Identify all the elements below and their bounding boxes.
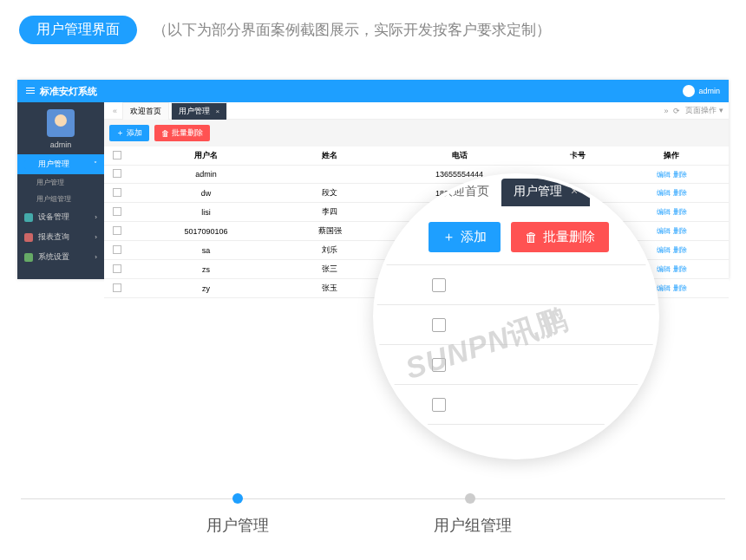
delete-link[interactable]: 删除	[673, 171, 687, 179]
cell-name: 张三	[282, 260, 377, 279]
edit-link[interactable]: 编辑	[657, 189, 671, 197]
edit-link[interactable]: 编辑	[657, 246, 671, 254]
edit-link[interactable]: 编辑	[657, 284, 671, 292]
refresh-icon[interactable]: ⟳	[673, 107, 680, 115]
row-checkbox[interactable]	[113, 283, 121, 292]
select-all-checkbox[interactable]	[113, 151, 121, 160]
plus-icon: ＋	[442, 229, 455, 245]
edit-link[interactable]: 编辑	[657, 227, 671, 235]
stepper: 用户管理 用户组管理	[17, 498, 729, 536]
sidebar-username: admin	[17, 140, 104, 149]
mag-row	[376, 305, 656, 345]
add-button[interactable]: ＋ +添加 添加	[109, 125, 149, 141]
row-checkbox[interactable]	[113, 226, 121, 235]
settings-icon	[24, 253, 33, 262]
users-icon	[24, 160, 33, 169]
table-row: admin13655554444编辑 删除	[104, 166, 729, 184]
row-checkbox[interactable]	[432, 318, 446, 332]
cell-name: 段文	[282, 184, 377, 203]
sidebar-item-label: 系统设置	[38, 251, 69, 263]
edit-link[interactable]: 编辑	[657, 208, 671, 216]
toolbar: ＋ +添加 添加 🗑 批量删除	[104, 120, 729, 147]
col-card: 卡号	[541, 147, 615, 166]
chevron-right-icon: ›	[95, 233, 97, 241]
col-phone: 电话	[377, 147, 541, 166]
tab-home[interactable]: 欢迎首页	[122, 102, 169, 120]
cell-username: 5017090106	[130, 222, 282, 241]
tab-label: 欢迎首页	[130, 107, 161, 115]
sidebar-item-settings[interactable]: 系统设置 ›	[17, 247, 104, 267]
batch-delete-button[interactable]: 🗑 批量删除	[154, 125, 210, 141]
sidebar-user-block: admin	[17, 102, 104, 154]
avatar-icon	[683, 85, 695, 97]
sidebar-item-label: 用户管理	[38, 159, 69, 170]
row-checkbox[interactable]	[113, 245, 121, 254]
col-name: 姓名	[282, 147, 377, 166]
page-ops-dropdown[interactable]: 页面操作 ▾	[685, 105, 723, 116]
sidebar-sub-user[interactable]: 用户管理	[17, 174, 104, 191]
mag-row	[376, 385, 656, 425]
cell-name: 蔡国强	[282, 222, 377, 241]
chevron-right-icon: ›	[95, 253, 97, 261]
row-checkbox[interactable]	[432, 358, 446, 372]
edit-link[interactable]: 编辑	[657, 171, 671, 179]
tab-label: 用户管理	[179, 107, 210, 115]
magnifier-view: 欢迎首页 用户管理 × ＋ 添加 🗑 批量删除 SUNPN讯鹏	[373, 173, 659, 459]
delete-link[interactable]: 删除	[673, 227, 687, 235]
cell-name	[282, 166, 377, 184]
hamburger-icon[interactable]	[26, 88, 35, 94]
mag-add-button[interactable]: ＋ 添加	[429, 222, 501, 252]
sidebar-sub-usergroup[interactable]: 用户组管理	[17, 191, 104, 207]
delete-link[interactable]: 删除	[673, 265, 687, 273]
step-dot-2[interactable]	[465, 493, 475, 504]
delete-link[interactable]: 删除	[673, 208, 687, 216]
header-username: admin	[698, 87, 720, 95]
mag-row	[376, 265, 656, 305]
section-caption: （以下为部分界面案例截图展示，实际开发按客户要求定制）	[153, 20, 551, 40]
delete-link[interactable]: 删除	[673, 189, 687, 197]
app-header: 标准安灯系统 admin	[17, 80, 729, 102]
sidebar-item-devices[interactable]: 设备管理 ›	[17, 207, 104, 227]
sidebar-item-label: 报表查询	[38, 231, 69, 243]
stepper-track	[21, 498, 725, 499]
step-label-1: 用户管理	[206, 515, 269, 536]
cell-name: 李四	[282, 203, 377, 222]
mag-batch-delete-button[interactable]: 🗑 批量删除	[511, 222, 609, 252]
app-title: 标准安灯系统	[40, 85, 97, 98]
report-icon	[24, 233, 33, 242]
cell-name: 刘乐	[282, 241, 377, 260]
row-checkbox[interactable]	[432, 398, 446, 412]
row-checkbox[interactable]	[113, 169, 121, 178]
tab-bar: « 欢迎首页 用户管理 × » ⟳ 页面操作 ▾	[104, 102, 729, 120]
cell-username: sa	[130, 241, 282, 260]
delete-link[interactable]: 删除	[673, 284, 687, 292]
sidebar-item-reports[interactable]: 报表查询 ›	[17, 227, 104, 247]
close-icon[interactable]: ×	[216, 107, 220, 115]
row-checkbox[interactable]	[113, 188, 121, 197]
header-user[interactable]: admin	[683, 85, 720, 97]
mag-toolbar: ＋ 添加 🗑 批量删除	[376, 206, 656, 264]
cell-username: lisi	[130, 203, 282, 222]
mag-rows	[376, 264, 656, 425]
sidebar-item-users[interactable]: 用户管理 ˅	[17, 154, 104, 174]
sidebar: admin 用户管理 ˅ 用户管理 用户组管理 设备管理 › 报表查询 › 系统	[17, 102, 104, 279]
row-checkbox[interactable]	[113, 207, 121, 216]
step-label-2: 用户组管理	[434, 515, 512, 536]
row-checkbox[interactable]	[113, 264, 121, 273]
tabs-collapse-icon[interactable]: «	[109, 107, 121, 115]
section-badge: 用户管理界面	[19, 16, 137, 44]
sidebar-avatar	[47, 109, 75, 137]
mag-add-label: 添加	[461, 229, 487, 245]
step-dot-1[interactable]	[232, 493, 243, 504]
chevron-right-icon: ›	[95, 213, 97, 221]
col-actions: 操作	[615, 147, 729, 166]
cell-username: dw	[130, 184, 282, 203]
tab-users[interactable]: 用户管理 ×	[171, 102, 227, 120]
cell-username: zs	[130, 260, 282, 279]
delete-link[interactable]: 删除	[673, 246, 687, 254]
tabs-next-icon[interactable]: »	[664, 107, 668, 115]
mag-row	[376, 345, 656, 385]
plus-icon: ＋	[116, 127, 124, 139]
row-checkbox[interactable]	[432, 278, 446, 292]
edit-link[interactable]: 编辑	[657, 265, 671, 273]
